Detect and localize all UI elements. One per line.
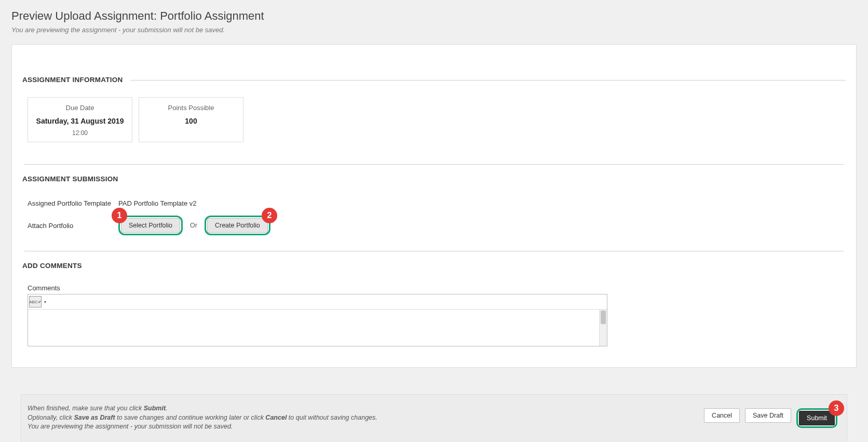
main-card: ASSIGNMENT INFORMATION Due Date Saturday… <box>11 44 857 368</box>
scrollbar-thumb[interactable] <box>601 311 606 324</box>
scrollbar[interactable] <box>599 310 607 346</box>
footer-text: When finished, make sure that you click … <box>28 404 377 442</box>
due-date-box: Due Date Saturday, 31 August 2019 12:00 <box>28 97 132 142</box>
callout-1: 1 Select Portfolio <box>118 216 183 235</box>
select-portfolio-button[interactable]: Select Portfolio <box>121 218 180 233</box>
section-heading-comments: ADD COMMENTS <box>22 262 82 270</box>
page-subtitle: You are previewing the assignment - your… <box>11 26 857 34</box>
footer-line2-cancel: Cancel <box>265 414 287 421</box>
rule <box>126 179 846 180</box>
callout-badge-2: 2 <box>262 208 277 223</box>
callout-badge-3: 3 <box>829 400 844 416</box>
attach-label: Attach Portfolio <box>28 222 118 230</box>
section-heading-submission: ASSIGNMENT SUBMISSION <box>22 175 118 183</box>
points-value: 100 <box>139 117 243 125</box>
rule <box>24 251 844 251</box>
toolbar-dropdown-icon[interactable]: ▾ <box>43 297 48 307</box>
rule <box>89 266 846 266</box>
footer-line1-c: . <box>166 405 167 412</box>
comments-textarea[interactable] <box>28 309 607 346</box>
rule <box>24 164 844 165</box>
comments-editor: ABC✔ ▾ <box>28 294 607 346</box>
due-date-time: 12:00 <box>28 129 132 137</box>
spellcheck-icon[interactable]: ABC✔ <box>29 296 42 307</box>
callout-3: 3 Submit <box>796 408 837 428</box>
page-title: Preview Upload Assignment: Portfolio Ass… <box>11 9 857 23</box>
footer-line2-a: Optionally, click <box>28 414 74 421</box>
template-label: Assigned Portfolio Template <box>28 199 118 207</box>
comments-label: Comments <box>28 284 846 292</box>
editor-toolbar: ABC✔ ▾ <box>28 294 607 309</box>
cancel-button[interactable]: Cancel <box>704 408 740 423</box>
submit-button[interactable]: Submit <box>799 411 835 425</box>
save-draft-button[interactable]: Save Draft <box>745 408 791 423</box>
footer-line1-a: When finished, make sure that you click <box>28 405 144 412</box>
create-portfolio-button[interactable]: Create Portfolio <box>207 218 268 233</box>
points-label: Points Possible <box>139 104 243 112</box>
callout-2: 2 Create Portfolio <box>205 216 270 235</box>
rule <box>130 80 846 81</box>
footer-line2-savedraft: Save as Draft <box>74 414 115 421</box>
or-text: Or <box>190 222 197 229</box>
section-heading-information: ASSIGNMENT INFORMATION <box>22 76 123 84</box>
due-date-label: Due Date <box>28 104 132 112</box>
footer-line1-submit: Submit <box>144 405 166 412</box>
template-value: PAD Portfolio Template v2 <box>118 199 197 207</box>
due-date-value: Saturday, 31 August 2019 <box>28 117 132 125</box>
points-box: Points Possible 100 <box>139 97 243 142</box>
footer-bar: When finished, make sure that you click … <box>21 394 847 442</box>
callout-badge-1: 1 <box>112 208 127 223</box>
footer-line2-e: to quit without saving changes. <box>287 414 377 421</box>
footer-line3: You are previewing the assignment - your… <box>28 422 377 432</box>
footer-line2-c: to save changes and continue working lat… <box>115 414 266 421</box>
